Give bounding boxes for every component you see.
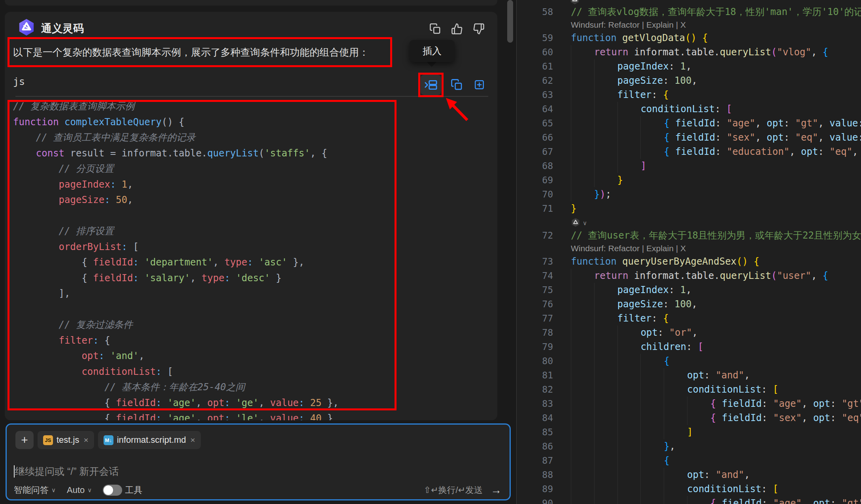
code-line: conditionList: [ — [13, 364, 492, 380]
code-language-label: js — [13, 76, 25, 87]
tongyi-lingma-logo-icon — [17, 18, 36, 36]
chat-scrollbar-thumb[interactable] — [507, 0, 513, 43]
line-number: 77 — [517, 311, 553, 325]
mode-dropdown[interactable]: 智能问答 ∨ — [14, 484, 56, 496]
copy-icon[interactable] — [429, 23, 441, 35]
editor-code-line: 61 pageIndex: 1, — [517, 59, 861, 73]
codelens-actions[interactable]: Windsurf: Refactor | Explain | X — [517, 19, 861, 31]
tools-toggle[interactable] — [103, 485, 122, 496]
code-line: // 查询员工表中满足复杂条件的记录 — [13, 130, 492, 146]
code-line: { fieldId: 'age', opt: 'ge', value: 25 }… — [13, 395, 492, 411]
line-number — [517, 216, 553, 228]
send-button[interactable]: → — [491, 484, 502, 496]
editor-code-line: 90 { fieldId: "age", opt: "gt" — [517, 496, 861, 504]
close-icon[interactable]: × — [191, 435, 195, 445]
editor-code-line: 62 pageSize: 100, — [517, 73, 861, 88]
line-number: 75 — [517, 283, 553, 297]
editor-code-line: 78 opt: "or", — [517, 325, 861, 340]
code-line: pageIndex: 1, — [13, 177, 492, 193]
line-number: 65 — [517, 116, 553, 130]
editor-code-line: 58// 查询表vlog数据，查询年龄大于18，性别'man'，学历'10'的记… — [517, 5, 861, 19]
chat-panel: 通义灵码 以下是一个复杂的数据表查询脚本示例，展示了多种查询条件和功能的组合使用… — [0, 0, 516, 504]
inline-ai-icon-row[interactable]: ∨ — [517, 216, 861, 228]
attachment-chip-testjs[interactable]: JS test.js × — [38, 431, 94, 449]
editor-code-line: 71} — [517, 201, 861, 216]
insert-tooltip: 插入 — [410, 40, 455, 62]
app-window: 通义灵码 以下是一个复杂的数据表查询脚本示例，展示了多种查询条件和功能的组合使用… — [0, 0, 861, 504]
editor-code-line: 60 return informat.table.queryList("vlog… — [517, 45, 861, 59]
model-dropdown[interactable]: Auto ∨ — [67, 485, 92, 495]
editor-code-line: 59function getVlogData() { — [517, 31, 861, 45]
copy-code-icon[interactable] — [451, 79, 463, 91]
code-line: orderByList: [ — [13, 239, 492, 255]
line-number: 70 — [517, 187, 553, 201]
editor-code-line: 84 { fieldId: "sex", opt: "eq" — [517, 411, 861, 425]
editor-code-line: 64 conditionList: [ — [517, 102, 861, 116]
chevron-down-icon: ∨ — [51, 487, 56, 494]
code-line: filter: { — [13, 333, 492, 349]
editor-code-line: 70 }); — [517, 187, 861, 201]
editor-code-line: 80 { — [517, 354, 861, 368]
attachment-label: test.js — [57, 435, 79, 445]
editor-code-line: 76 pageSize: 100, — [517, 297, 861, 311]
line-number: 69 — [517, 173, 553, 187]
code-line: pageSize: 50, — [13, 192, 492, 208]
editor-code-line: 79 children: [ — [517, 340, 861, 354]
line-number: 89 — [517, 482, 553, 496]
editor-top-partial-icon — [570, 0, 580, 5]
line-number: 73 — [517, 254, 553, 269]
input-controls: 智能问答 ∨ Auto ∨ 工具 ⇧↵换行/↵发送 → — [14, 483, 502, 497]
editor-code-line: 73function queryUserByAgeAndSex() { — [517, 254, 861, 269]
line-number: 64 — [517, 102, 553, 116]
attachment-row: + JS test.js × M↓ informat.script.md × — [15, 431, 201, 449]
editor-code-line: 88 opt: "and", — [517, 468, 861, 482]
line-number: 90 — [517, 496, 553, 504]
attachment-chip-md[interactable]: M↓ informat.script.md × — [98, 431, 201, 449]
line-number: 67 — [517, 145, 553, 159]
line-number: 85 — [517, 425, 553, 439]
chat-code: // 复杂数据表查询脚本示例function complexTableQuery… — [13, 99, 492, 420]
line-number: 58 — [517, 5, 553, 19]
codelens-actions[interactable]: Windsurf: Refactor | Explain | X — [517, 243, 861, 254]
editor-code-line: 87 { — [517, 453, 861, 468]
editor-code-line: 86 }, — [517, 439, 861, 453]
code-line: ], — [13, 286, 492, 302]
thumbs-down-icon[interactable] — [473, 23, 485, 35]
line-number: 87 — [517, 453, 553, 468]
tools-label: 工具 — [125, 484, 142, 496]
editor-code-line: 77 filter: { — [517, 311, 861, 325]
thumbs-up-icon[interactable] — [451, 23, 463, 35]
windsurf-codelens-icon — [570, 0, 580, 5]
code-line: // 复杂过滤条件 — [13, 317, 492, 333]
code-line: function complexTableQuery() { — [13, 115, 492, 130]
close-icon[interactable]: × — [83, 435, 88, 445]
insert-code-icon[interactable] — [424, 78, 438, 92]
code-line: { fieldId: 'department', type: 'asc' }, — [13, 255, 492, 271]
windsurf-codelens-icon — [571, 218, 580, 227]
editor-code-line: 68 ] — [517, 159, 861, 173]
markdown-file-icon: M↓ — [104, 435, 113, 445]
code-block-divider — [15, 96, 488, 97]
code-line: { fieldId: 'age', opt: 'le', value: 40 } — [13, 411, 492, 420]
code-line: const result = informat.table.queryList(… — [13, 146, 492, 162]
text-cursor — [14, 465, 15, 478]
editor-code-line: 65 { fieldId: "age", opt: "gt", value: — [517, 116, 861, 130]
send-shortcut-hint: ⇧↵换行/↵发送 — [424, 484, 483, 496]
line-number: 81 — [517, 368, 553, 382]
line-number — [517, 243, 553, 254]
line-number: 62 — [517, 73, 553, 88]
add-context-button[interactable]: + — [15, 431, 34, 449]
editor-code-line: 75 pageIndex: 1, — [517, 283, 861, 297]
attachment-label: informat.script.md — [117, 435, 186, 445]
line-number: 59 — [517, 31, 553, 45]
line-number: 83 — [517, 397, 553, 411]
message-input[interactable]: 继续提问或 “/” 新开会话 — [14, 465, 119, 478]
line-number: 61 — [517, 59, 553, 73]
line-number: 66 — [517, 130, 553, 145]
editor-panel: 58// 查询表vlog数据，查询年龄大于18，性别'man'，学历'10'的记… — [516, 0, 861, 504]
editor-code-line: 66 { fieldId: "sex", opt: "eq", value: — [517, 130, 861, 145]
line-number: 80 — [517, 354, 553, 368]
js-file-icon: JS — [43, 435, 53, 445]
editor-code-line: 85 ] — [517, 425, 861, 439]
add-to-file-icon[interactable] — [474, 79, 485, 90]
